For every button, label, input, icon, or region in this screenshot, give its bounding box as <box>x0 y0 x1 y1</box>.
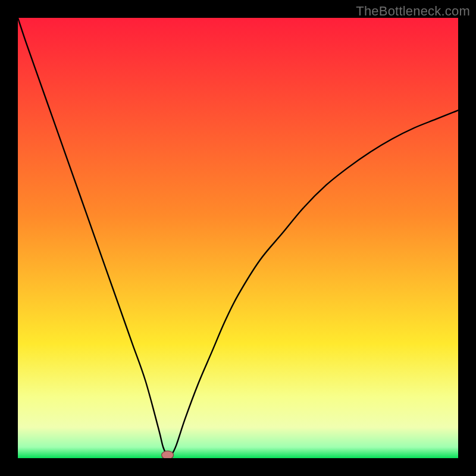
plot-area <box>18 18 458 458</box>
attribution-text: TheBottleneck.com <box>356 4 470 19</box>
optimal-marker <box>162 451 174 458</box>
chart-frame: TheBottleneck.com <box>0 0 476 476</box>
gradient-background <box>18 18 458 458</box>
chart-svg <box>18 18 458 458</box>
